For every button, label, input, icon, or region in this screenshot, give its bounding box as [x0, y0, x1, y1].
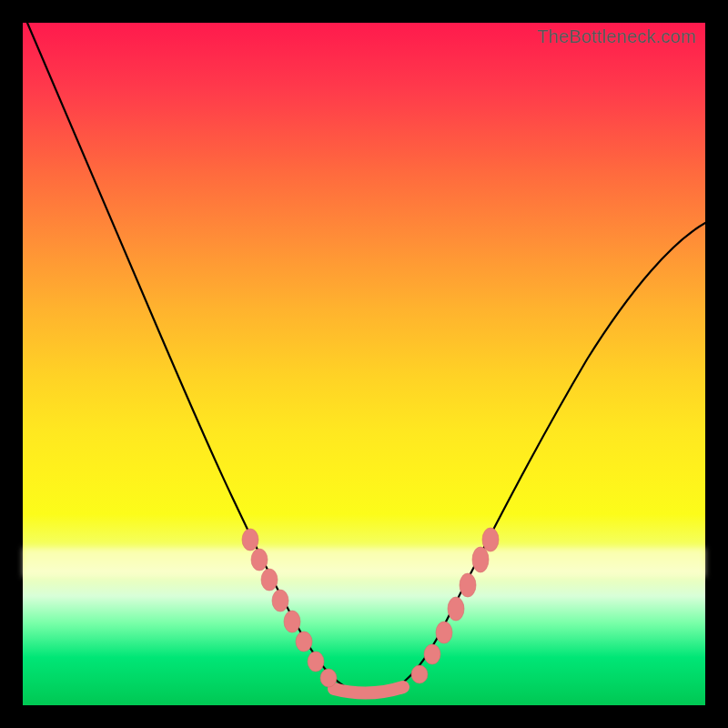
curve-path	[27, 23, 705, 694]
svg-point-8	[411, 665, 428, 683]
svg-point-2	[261, 569, 278, 591]
svg-point-11	[448, 597, 464, 621]
svg-point-1	[251, 549, 268, 571]
svg-point-10	[436, 622, 452, 643]
trough-marker	[334, 687, 403, 693]
svg-point-13	[472, 547, 489, 572]
svg-point-12	[460, 573, 476, 597]
left-beads	[242, 529, 337, 687]
bottleneck-curve	[23, 23, 705, 705]
svg-point-7	[320, 669, 337, 687]
svg-point-4	[284, 611, 300, 632]
plot-area: TheBottleneck.com	[23, 23, 705, 705]
svg-point-0	[242, 529, 258, 551]
svg-point-14	[482, 528, 499, 551]
svg-point-9	[424, 644, 440, 664]
svg-point-5	[296, 632, 312, 652]
svg-point-6	[308, 652, 324, 672]
svg-point-3	[272, 590, 288, 612]
chart-frame: TheBottleneck.com	[0, 0, 728, 728]
